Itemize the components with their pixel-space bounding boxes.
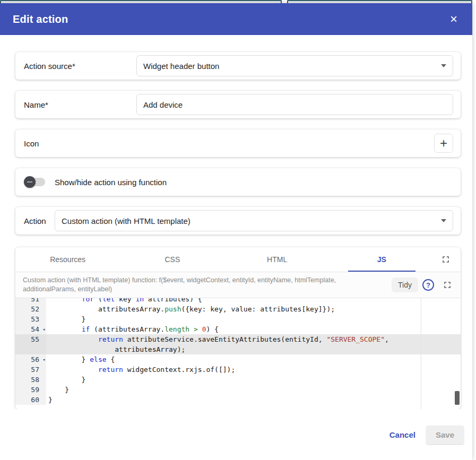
action-source-label: Action source* <box>22 62 136 71</box>
code-text: return widgetContext.rxjs.of([]); <box>46 364 461 375</box>
code-text: } <box>46 395 461 405</box>
action-source-value: Widget header button <box>143 62 219 71</box>
help-icon[interactable]: ? <box>422 279 434 291</box>
tab-js[interactable]: JS <box>330 247 434 272</box>
function-signature-row: Custom action (with HTML template) funct… <box>15 272 461 298</box>
code-text: attributesArray); <box>46 344 461 354</box>
code-line: 51 for (let key in attributes) { <box>15 298 461 304</box>
line-number: 53 <box>15 314 46 324</box>
editor-fullscreen-icon[interactable] <box>439 280 455 290</box>
line-number: 57 <box>15 364 46 375</box>
action-type-value: Custom action (with HTML template) <box>62 216 191 225</box>
add-icon-button[interactable]: + <box>434 134 453 153</box>
code-line: 59 } <box>15 385 461 395</box>
chevron-down-icon <box>441 64 446 67</box>
chevron-down-icon <box>441 219 446 222</box>
code-line: 52 attributesArray.push({key: key, value… <box>15 304 461 314</box>
name-input-box <box>136 94 453 115</box>
tabs-list: ResourcesCSSHTMLJS <box>15 247 434 272</box>
dialog-title: Edit action <box>13 13 68 25</box>
save-button[interactable]: Save <box>426 426 464 444</box>
custom-action-editor-card: ResourcesCSSHTMLJS Custom action (with H… <box>15 247 461 409</box>
line-number: 56▾ <box>15 354 46 364</box>
tab-css[interactable]: CSS <box>120 247 224 272</box>
code-line: 55 return attributeService.saveEntityAtt… <box>15 334 461 344</box>
icon-label: Icon <box>22 139 136 148</box>
code-line: 53 } <box>15 314 461 324</box>
function-signature: Custom action (with HTML template) funct… <box>23 276 392 294</box>
line-number: 54▾ <box>15 324 46 334</box>
action-source-select[interactable]: Widget header button <box>136 55 453 76</box>
tab-html[interactable]: HTML <box>225 247 330 272</box>
code-text: } <box>46 314 461 324</box>
name-input[interactable] <box>143 100 446 109</box>
code-line: 54▾ if (attributesArray.length > 0) { <box>15 324 461 334</box>
plus-icon: + <box>440 137 447 150</box>
line-number: 59 <box>15 385 46 395</box>
line-number: 58 <box>15 375 46 385</box>
line-number: 51 <box>15 298 46 304</box>
visibility-toggle-card: Show/hide action using function <box>15 168 461 196</box>
code-lines: 51 for (let key in attributes) {52 attri… <box>15 298 461 405</box>
close-icon[interactable]: × <box>448 12 460 27</box>
visibility-toggle-label: Show/hide action using function <box>55 178 167 187</box>
code-text: } <box>46 375 461 385</box>
code-text: return attributeService.saveEntityAttrib… <box>46 334 461 344</box>
fullscreen-icon-glyph <box>442 280 453 290</box>
editor-tabs: ResourcesCSSHTMLJS <box>15 247 461 272</box>
action-type-label: Action <box>22 216 55 225</box>
code-line: 60} <box>15 395 461 405</box>
fold-icon[interactable]: ▾ <box>43 325 46 335</box>
name-card: Name* <box>15 91 461 118</box>
action-type-card: Action Custom action (with HTML template… <box>15 207 461 235</box>
code-line: attributesArray); <box>15 344 461 354</box>
dialog-footer: Cancel Save <box>0 409 472 460</box>
line-number <box>15 344 46 354</box>
code-line: 57 return widgetContext.rxjs.of([]); <box>15 364 461 375</box>
code-line: 56▾ } else { <box>15 354 461 364</box>
fullscreen-icon-glyph <box>440 254 451 265</box>
dialog-body: Action source* Widget header button Name… <box>0 35 472 409</box>
code-text: if (attributesArray.length > 0) { <box>46 324 461 334</box>
code-text: for (let key in attributes) { <box>46 298 461 304</box>
icon-card: Icon + <box>15 129 461 157</box>
screen: Edit action × Action source* Widget head… <box>0 0 476 460</box>
tidy-button[interactable]: Tidy <box>392 277 418 292</box>
fullscreen-icon[interactable] <box>434 247 457 272</box>
cancel-button[interactable]: Cancel <box>383 426 422 444</box>
dialog-header: Edit action × <box>0 3 472 35</box>
fold-icon[interactable]: ▾ <box>43 355 46 365</box>
name-label: Name* <box>22 100 136 109</box>
action-source-card: Action source* Widget header button <box>15 52 461 80</box>
code-text: attributesArray.push({key: key, value: a… <box>46 304 461 314</box>
code-line: 58 } <box>15 375 461 385</box>
code-editor[interactable]: 51 for (let key in attributes) {52 attri… <box>15 298 461 409</box>
code-text: } else { <box>46 354 461 364</box>
show-hide-function-toggle[interactable] <box>24 177 45 187</box>
line-number: 60 <box>15 395 46 405</box>
function-signature-line1: Custom action (with HTML template) funct… <box>23 276 392 285</box>
tab-resources[interactable]: Resources <box>15 247 120 272</box>
line-number: 52 <box>15 304 46 314</box>
line-number: 55 <box>15 334 46 344</box>
edit-action-dialog: Edit action × Action source* Widget head… <box>0 3 472 460</box>
function-signature-line2: additionalParams, entityLabel) <box>23 285 392 294</box>
toggle-thumb-icon <box>24 176 36 188</box>
code-text: } <box>46 385 461 395</box>
action-type-select[interactable]: Custom action (with HTML template) <box>55 210 453 231</box>
vertical-scrollbar[interactable] <box>455 391 460 405</box>
